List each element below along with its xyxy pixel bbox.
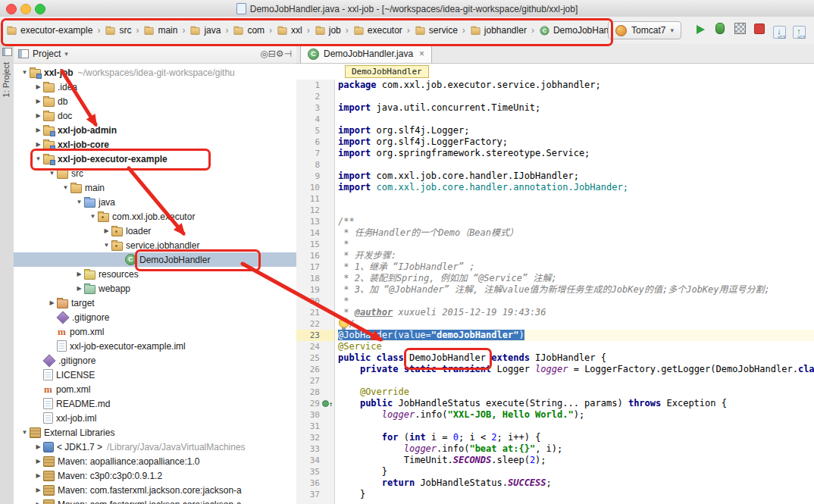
breadcrumb-item-xxl[interactable]: xxl <box>275 23 304 37</box>
hide-icon[interactable]: ⊣ <box>284 49 292 59</box>
tree-item-maven-c3p0-c3p0-0-9-1-2[interactable]: ▶Maven: c3p0:c3p0:0.9.1.2 <box>14 468 296 483</box>
tree-item-xxl-job-executor-example[interactable]: ▼xxl-job-executor-example <box>14 152 296 166</box>
breadcrumb-item-com[interactable]: com <box>231 23 266 37</box>
tree-item-xxl-job-iml[interactable]: xxl-job.iml <box>14 411 296 425</box>
code-line-17[interactable]: * 1、继承 “IJobHandler” ; <box>335 261 814 273</box>
code-line-21[interactable]: * @author xuxueli 2015-12-19 19:43:36 <box>335 307 814 318</box>
code-line-9[interactable]: import com.xxl.job.core.handler.IJobHand… <box>335 171 814 182</box>
tree-item-webapp[interactable]: ▶webapp <box>14 281 296 296</box>
editor-breadcrumb-chip[interactable]: DemoJobHandler <box>345 65 429 78</box>
gutter-line-15[interactable]: 15 <box>296 239 334 250</box>
code-line-26[interactable]: private static transient Logger logger =… <box>335 364 814 375</box>
tree-item-src[interactable]: ▼src <box>14 166 296 180</box>
gutter-line-26[interactable]: 26 <box>296 364 334 375</box>
expanded-arrow-icon[interactable]: ▼ <box>88 213 98 220</box>
gutter-line-23[interactable]: 23 <box>296 330 334 341</box>
tree-item-idea[interactable]: ▶.idea <box>14 80 296 94</box>
gutter-line-28[interactable]: 28 <box>296 387 334 398</box>
collapsed-arrow-icon[interactable]: ▶ <box>33 127 43 133</box>
code-line-31[interactable] <box>335 421 814 432</box>
gutter-line-29[interactable]: 29↑ <box>296 398 334 409</box>
code-line-3[interactable]: import java.util.concurrent.TimeUnit; <box>335 102 814 114</box>
code-line-24[interactable]: @Service <box>335 341 814 352</box>
collapsed-arrow-icon[interactable]: ▶ <box>33 112 43 119</box>
code-line-33[interactable]: logger.info("beat at:{}", i); <box>335 443 814 455</box>
collapsed-arrow-icon[interactable]: ▶ <box>33 443 43 450</box>
gutter-line-5[interactable]: 5 <box>296 125 334 136</box>
tree-item-xxl-job-admin[interactable]: ▶xxl-job-admin <box>14 123 296 137</box>
tree-item-java[interactable]: ▼java <box>14 195 296 209</box>
gutter-line-7[interactable]: 7 <box>296 148 334 159</box>
gutter-line-31[interactable]: 31 <box>296 421 334 432</box>
code-line-10[interactable]: import com.xxl.job.core.handler.annotati… <box>335 182 814 193</box>
stop-button[interactable] <box>752 21 767 36</box>
project-tool-window-button[interactable]: 1: Project <box>2 62 11 97</box>
gutter-line-34[interactable]: 34 <box>296 455 334 466</box>
breadcrumb-item-service[interactable]: service <box>413 23 459 37</box>
code-line-7[interactable]: import org.springframework.stereotype.Se… <box>335 148 814 159</box>
code-line-11[interactable] <box>335 193 814 205</box>
gutter-line-35[interactable]: 35 <box>296 466 334 477</box>
expanded-arrow-icon[interactable]: ▼ <box>20 429 30 436</box>
breadcrumb-item-src[interactable]: src <box>103 23 133 37</box>
gutter-line-12[interactable]: 12 <box>296 205 334 216</box>
expanded-arrow-icon[interactable]: ▼ <box>47 170 57 177</box>
code-line-12[interactable] <box>335 205 814 216</box>
breadcrumb-item-demojobhandler[interactable]: DemoJobHandler <box>537 23 608 38</box>
gutter-line-30[interactable]: 30 <box>296 409 334 421</box>
collapsed-arrow-icon[interactable]: ▶ <box>102 227 111 234</box>
code-line-37[interactable]: } <box>335 489 814 500</box>
expanded-arrow-icon[interactable]: ▼ <box>102 242 111 249</box>
tree-item-loader[interactable]: ▶loader <box>14 224 296 238</box>
code-line-4[interactable] <box>335 114 814 125</box>
collapsed-arrow-icon[interactable]: ▶ <box>74 285 84 292</box>
editor-tab-demojobhandler[interactable]: DemoJobHandler.java × <box>300 44 432 63</box>
tree-item-demojobhandler[interactable]: DemoJobHandler <box>14 252 296 267</box>
tree-item-external-libraries[interactable]: ▼External Libraries <box>14 425 296 440</box>
gutter-line-36[interactable]: 36 <box>296 477 334 489</box>
gutter-line-33[interactable]: 33 <box>296 443 334 455</box>
code-line-32[interactable]: for (int i = 0; i < 2; i++) { <box>335 432 814 443</box>
gutter-line-3[interactable]: 3 <box>296 102 334 114</box>
collapse-all-icon[interactable]: ⊟ <box>268 49 276 59</box>
collapsed-arrow-icon[interactable]: ▶ <box>33 487 43 493</box>
breadcrumb-item-jobhandler[interactable]: jobhandler <box>468 23 528 37</box>
code-line-6[interactable]: import org.slf4j.LoggerFactory; <box>335 136 814 148</box>
collapsed-arrow-icon[interactable]: ▶ <box>33 141 43 148</box>
expanded-arrow-icon[interactable]: ▼ <box>20 69 30 76</box>
gutter-line-24[interactable]: 24 <box>296 341 334 352</box>
gutter-line-18[interactable]: 18 <box>296 273 334 284</box>
expanded-arrow-icon[interactable]: ▼ <box>74 199 84 205</box>
code-line-25[interactable]: public class DemoJobHandler extends IJob… <box>335 352 814 364</box>
gutter-line-27[interactable]: 27 <box>296 375 334 387</box>
collapsed-arrow-icon[interactable]: ▶ <box>33 472 43 479</box>
gutter-line-22[interactable]: 22 <box>296 318 334 330</box>
tree-item-pom-xml[interactable]: pom.xml <box>14 382 296 396</box>
gutter-line-32[interactable]: 32 <box>296 432 334 443</box>
collapsed-arrow-icon[interactable]: ▶ <box>33 98 43 105</box>
gutter-line-4[interactable]: 4 <box>296 114 334 125</box>
gutter-line-20[interactable]: 20 <box>296 296 334 307</box>
breadcrumb-item-main[interactable]: main <box>142 23 179 37</box>
tree-item-pom-xml[interactable]: pom.xml <box>14 324 296 339</box>
run-button[interactable] <box>693 22 708 37</box>
code-line-8[interactable] <box>335 159 814 171</box>
debug-button[interactable] <box>712 21 728 36</box>
code-line-20[interactable]: * <box>335 296 814 307</box>
chevron-down-icon[interactable]: ▾ <box>64 50 68 58</box>
vcs-update-button[interactable]: ↓ <box>772 25 787 40</box>
tree-item-license[interactable]: LICENSE <box>14 368 296 382</box>
tree-item-xxl-job-executor-example-iml[interactable]: xxl-job-executor-example.iml <box>14 339 296 353</box>
gutter-line-19[interactable]: 19 <box>296 284 334 296</box>
breadcrumb-item-job[interactable]: job <box>313 23 343 37</box>
code-line-16[interactable]: * 开发步骤: <box>335 250 814 261</box>
gutter-line-1[interactable]: 1 <box>296 80 334 91</box>
run-config-select[interactable]: Tomcat7 ▾ <box>608 21 681 39</box>
code-line-34[interactable]: TimeUnit.SECONDS.sleep(2); <box>335 455 814 466</box>
code-line-14[interactable]: * 任务Handler的一个Demo（Bean模式） <box>335 227 814 239</box>
tree-item-gitignore[interactable]: .gitignore <box>14 353 296 368</box>
gutter-line-11[interactable]: 11 <box>296 193 334 205</box>
expanded-arrow-icon[interactable]: ▼ <box>33 155 43 162</box>
code-line-28[interactable]: @Override <box>335 387 814 398</box>
code-line-30[interactable]: logger.info("XXL-JOB, Hello World."); <box>335 409 814 421</box>
